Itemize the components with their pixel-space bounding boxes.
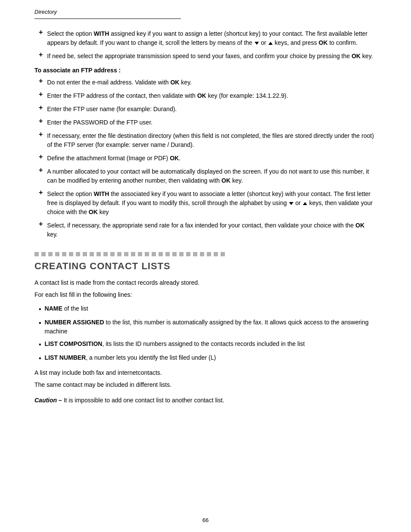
dot — [48, 252, 53, 256]
plus-icon: + — [39, 117, 43, 125]
caution-body: It is impossible to add one contact list… — [62, 397, 224, 404]
body-text-4: The same contact may be included in diff… — [34, 380, 377, 389]
header-divider — [34, 19, 181, 19]
dot — [207, 252, 211, 256]
list-item: • LIST COMPOSITION, its lists the ID num… — [39, 339, 377, 350]
page: Directory + Select the option WITH assig… — [0, 0, 411, 532]
dot — [55, 252, 59, 256]
dot — [221, 252, 225, 256]
plus-icon: + — [39, 90, 43, 98]
dot — [34, 252, 39, 256]
dot-bullet-list: • NAME of the list • NUMBER ASSIGNED to … — [39, 304, 377, 364]
list-item-text: Enter the FTP user name (for example: Du… — [47, 105, 177, 114]
list-item: + Do not enter the e-mail address. Valid… — [34, 78, 377, 87]
list-item: + Select the option WITH assigned key if… — [34, 29, 377, 47]
dot — [145, 252, 149, 256]
arrow-up-icon — [268, 42, 273, 45]
section-title-text: Creating contact lists — [34, 261, 171, 271]
plus-icon: + — [39, 28, 43, 36]
bullet-icon: • — [39, 318, 41, 328]
dot — [69, 252, 73, 256]
dot — [83, 252, 87, 256]
list-item: + If necessary, enter the file destinati… — [34, 131, 377, 149]
dot — [152, 252, 156, 256]
list-item: + A number allocated to your contact wil… — [34, 167, 377, 185]
list-item-text: Enter the FTP address of the contact, th… — [47, 91, 288, 100]
list-item: + Enter the PASSWORD of the FTP user. — [34, 118, 377, 127]
list-item-text: LIST COMPOSITION, its lists the ID numbe… — [45, 339, 305, 348]
top-bullet-list: + Select the option WITH assigned key if… — [34, 29, 377, 61]
dot — [124, 252, 128, 256]
plus-icon: + — [39, 104, 43, 112]
section-title: Creating contact lists — [34, 261, 377, 272]
section-body-1: A contact list is made from the contact … — [34, 278, 377, 287]
list-item-text: NUMBER ASSIGNED to the list, this number… — [45, 318, 377, 336]
dot — [103, 252, 108, 256]
dot — [193, 252, 197, 256]
caution-text: Caution – It is impossible to add one co… — [34, 396, 377, 405]
dot — [97, 252, 101, 256]
list-item: + Select, if necessary, the appropriate … — [34, 221, 377, 239]
arrow-up-icon — [303, 202, 307, 205]
list-item-text: NAME of the list — [45, 304, 88, 313]
dot — [138, 252, 142, 256]
ftp-section-heading: To associate an FTP address : — [34, 67, 377, 74]
bullet-icon: • — [39, 353, 41, 364]
dot — [90, 252, 94, 256]
dot — [131, 252, 135, 256]
page-header: Directory — [34, 9, 377, 19]
page-number: 66 — [202, 517, 209, 523]
arrow-down-icon — [255, 42, 259, 45]
list-item: • LIST NUMBER, a number lets you identif… — [39, 353, 377, 364]
dot — [172, 252, 177, 256]
dot — [200, 252, 204, 256]
list-item-text: Select the option WITH the associated ke… — [47, 190, 377, 217]
list-item: + Select the option WITH the associated … — [34, 190, 377, 217]
body-text-3: A list may include both fax and internet… — [34, 368, 377, 377]
plus-icon: + — [39, 153, 43, 161]
dot — [41, 252, 46, 256]
list-item: + Enter the FTP user name (for example: … — [34, 105, 377, 114]
list-item-text: LIST NUMBER, a number lets you identify … — [45, 353, 216, 362]
list-item: + Define the attachment format (Image or… — [34, 154, 377, 163]
dot — [165, 252, 170, 256]
list-item-text: Select the option WITH assigned key if y… — [47, 29, 377, 47]
caution-label: Caution – — [34, 397, 62, 404]
plus-icon: + — [39, 77, 43, 85]
ftp-bullet-list: + Do not enter the e-mail address. Valid… — [34, 78, 377, 239]
arrow-down-icon — [289, 202, 293, 205]
dot — [110, 252, 115, 256]
list-item-text: Select, if necessary, the appropriate se… — [47, 221, 377, 239]
list-item-text: If need be, select the appropriate trans… — [47, 52, 373, 61]
section-body-2: For each list fill in the following line… — [34, 290, 377, 299]
bullet-icon: • — [39, 339, 41, 350]
section-divider — [34, 252, 377, 256]
plus-icon: + — [39, 220, 43, 228]
bullet-icon: • — [39, 304, 41, 314]
list-item: + If need be, select the appropriate tra… — [34, 52, 377, 61]
dot — [117, 252, 121, 256]
header-title: Directory — [34, 9, 377, 15]
dot — [214, 252, 218, 256]
dot — [62, 252, 66, 256]
plus-icon: + — [39, 131, 43, 138]
list-item: • NUMBER ASSIGNED to the list, this numb… — [39, 318, 377, 336]
list-item: • NAME of the list — [39, 304, 377, 314]
list-item-text: A number allocated to your contact will … — [47, 167, 377, 185]
dot — [186, 252, 190, 256]
list-item-text: Define the attachment format (Image or P… — [47, 154, 181, 163]
plus-icon: + — [39, 166, 43, 174]
plus-icon: + — [39, 189, 43, 196]
list-item-text: Enter the PASSWORD of the FTP user. — [47, 118, 153, 127]
list-item-text: Do not enter the e-mail address. Validat… — [47, 78, 192, 87]
dot — [159, 252, 163, 256]
plus-icon: + — [39, 51, 43, 59]
dot — [76, 252, 80, 256]
list-item: + Enter the FTP address of the contact, … — [34, 91, 377, 100]
list-item-text: If necessary, enter the file destination… — [47, 131, 377, 149]
dot — [179, 252, 184, 256]
